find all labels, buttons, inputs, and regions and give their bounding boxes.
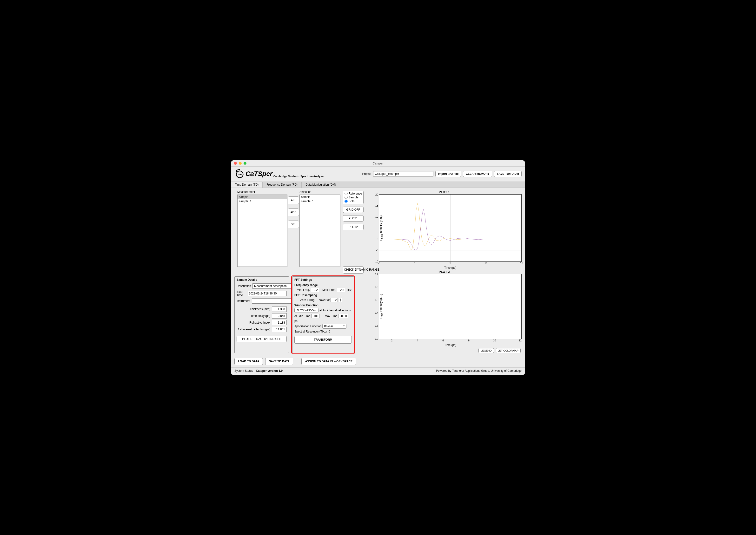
save-td-fd-dm-button[interactable]: SAVE TD/FD/DM xyxy=(494,171,522,177)
traffic-lights xyxy=(231,162,247,165)
app-window: Catsper .THz CaTSper Cambridge Terahertz… xyxy=(231,160,525,375)
legend-button[interactable]: LEGEND xyxy=(479,348,494,353)
add-button[interactable]: ADD xyxy=(288,209,299,216)
project-label: Project xyxy=(362,172,371,176)
apodization-select[interactable]: Boxcar xyxy=(322,324,346,329)
grid-off-button[interactable]: GRID OFF xyxy=(343,207,363,213)
sample-details-panel: Sample Details Description Scan Time Ins… xyxy=(234,276,289,353)
selection-label: Selection xyxy=(300,190,340,194)
maximize-icon[interactable] xyxy=(244,162,247,165)
header: .THz CaTSper Cambridge Terahertz Spectru… xyxy=(231,167,525,182)
plot2-xlabel: Time (ps) xyxy=(379,343,522,347)
plot2-footer-buttons: LEGEND JET COLORMAP xyxy=(367,348,521,353)
radio-reference[interactable] xyxy=(344,192,348,195)
all-button[interactable]: ALL xyxy=(288,196,299,204)
assign-td-workspace-button[interactable]: ASSIGN TD DATA IN WORKSPACE xyxy=(302,358,356,365)
auto-window-button[interactable]: AUTO WINDOW xyxy=(294,308,318,313)
plot-mode-radios: Reference Sample Both xyxy=(343,191,363,204)
list-item[interactable]: sample xyxy=(300,195,340,199)
jet-colormap-button[interactable]: JET COLORMAP xyxy=(496,348,521,353)
plot-refractive-indices-button[interactable]: PLOT REFRACTIVE INDICES xyxy=(237,336,287,342)
measurement-column: Measurement sample sample_1 xyxy=(234,190,287,273)
spinner-up-icon: ▲ xyxy=(339,298,342,300)
thickness-input[interactable] xyxy=(272,306,287,312)
tab-time-domain[interactable]: Time Domain (TD) xyxy=(231,182,263,187)
import-thz-button[interactable]: Import .thz File xyxy=(435,171,461,177)
project-input[interactable] xyxy=(373,171,433,177)
tab-data-manipulation[interactable]: Data Manipulation (DM) xyxy=(302,182,340,187)
selection-column: Selection sample sample_1 xyxy=(300,190,340,273)
plot1-panel: PLOT 1 Efield intensity (a.u.) -10 -5 0 … xyxy=(367,190,522,269)
logo-subtitle: Cambridge Terahertz Spectrum Analyser xyxy=(274,175,325,178)
zero-fill-spinner[interactable]: ▲▼ xyxy=(339,298,342,302)
plot1-xticks: -5 0 5 10 15 xyxy=(379,262,522,265)
scan-time-input[interactable] xyxy=(247,291,287,296)
header-controls: Project Import .thz File CLEAR MEMORY SA… xyxy=(362,171,522,177)
main-content: Measurement sample sample_1 ALL ADD DEL … xyxy=(231,188,525,355)
min-freq-input[interactable] xyxy=(311,288,319,292)
system-status-label: System Status xyxy=(234,369,253,373)
plot2-yticks: 0.2 0.3 0.4 0.5 0.6 0.7 xyxy=(372,274,378,339)
list-item[interactable]: sample xyxy=(238,195,287,199)
description-input[interactable] xyxy=(252,283,292,289)
radio-sample[interactable] xyxy=(344,196,348,199)
list-action-buttons: ALL ADD DEL xyxy=(290,190,297,273)
plot-controls: Reference Sample Both GRID OFF PLOT1 PLO… xyxy=(343,190,364,273)
clear-memory-button[interactable]: CLEAR MEMORY xyxy=(463,171,492,177)
plot2-title: PLOT 2 xyxy=(367,270,522,273)
powered-by-label: Powered by Terahertz Applications Group,… xyxy=(436,369,522,373)
check-dynamic-range-button[interactable]: CHECK DYNAMIC RANGE xyxy=(343,266,363,273)
fft-settings-panel: FFT Settings Frequency range Min. Freq. … xyxy=(292,276,354,353)
app-logo: .THz CaTSper Cambridge Terahertz Spectru… xyxy=(234,169,325,179)
status-bar: System Status Catsper version 1.0 Powere… xyxy=(231,367,525,375)
time-delay-input[interactable] xyxy=(272,313,287,319)
plots-column: PLOT 1 Efield intensity (a.u.) -10 -5 0 … xyxy=(367,190,522,353)
plot1-xlabel: Time (ps) xyxy=(379,266,522,269)
plot2-panel: PLOT 2 Efield intensity (a.u.) 0.2 0.3 0… xyxy=(367,270,522,353)
instrument-input[interactable] xyxy=(252,298,291,304)
plot1-area[interactable]: Efield intensity (a.u.) -10 -5 0 5 10 15… xyxy=(379,194,522,262)
measurement-listbox[interactable]: sample sample_1 xyxy=(237,195,287,267)
plot1-button[interactable]: PLOT1 xyxy=(343,215,363,221)
svg-text:.THz: .THz xyxy=(238,173,242,176)
save-td-data-button[interactable]: SAVE TD DATA xyxy=(265,358,293,365)
plot2-ylabel: Efield intensity (a.u.) xyxy=(379,294,383,319)
transform-button[interactable]: TRANSFORM xyxy=(294,336,352,344)
logo-text: CaTSper xyxy=(246,170,273,178)
radio-both[interactable] xyxy=(344,200,348,203)
tab-frequency-domain[interactable]: Frequency Domain (FD) xyxy=(263,182,302,187)
thz-logo-icon: .THz xyxy=(234,169,245,179)
settings-row: Sample Details Description Scan Time Ins… xyxy=(234,276,364,353)
fft-title: FFT Settings xyxy=(294,278,352,281)
list-item[interactable]: sample_1 xyxy=(238,199,287,204)
measurement-label: Measurement xyxy=(237,190,287,194)
plot2-button[interactable]: PLOT2 xyxy=(343,224,363,230)
zero-fill-input[interactable] xyxy=(331,298,338,302)
plot1-lines xyxy=(379,195,521,262)
version-label: Catsper version 1.0 xyxy=(256,369,283,373)
sample-details-title: Sample Details xyxy=(237,278,287,281)
plot1-title: PLOT 1 xyxy=(367,190,522,194)
plot2-area[interactable]: Efield intensity (a.u.) 0.2 0.3 0.4 0.5 … xyxy=(379,274,522,339)
refractive-index-input[interactable] xyxy=(272,320,287,325)
list-item[interactable]: sample_1 xyxy=(300,199,340,204)
max-time-input[interactable] xyxy=(338,314,348,318)
window-title: Catsper xyxy=(372,161,384,165)
internal-reflection-input[interactable] xyxy=(272,327,287,332)
load-td-data-button[interactable]: LOAD TD DATA xyxy=(234,358,263,365)
spinner-down-icon: ▼ xyxy=(339,300,342,302)
selection-listbox[interactable]: sample sample_1 xyxy=(300,195,340,267)
del-button[interactable]: DEL xyxy=(288,220,299,228)
main-tabs: Time Domain (TD) Frequency Domain (FD) D… xyxy=(231,182,525,188)
min-time-input[interactable] xyxy=(311,314,319,318)
titlebar: Catsper xyxy=(231,160,525,167)
close-icon[interactable] xyxy=(234,162,237,165)
minimize-icon[interactable] xyxy=(239,162,242,165)
footer-buttons: LOAD TD DATA SAVE TD DATA ASSIGN TD DATA… xyxy=(231,355,525,366)
max-freq-input[interactable] xyxy=(337,288,345,292)
plot2-xticks: 2 4 6 8 10 12 xyxy=(379,339,522,342)
plot1-yticks: -10 -5 0 5 10 15 20 xyxy=(372,195,378,262)
